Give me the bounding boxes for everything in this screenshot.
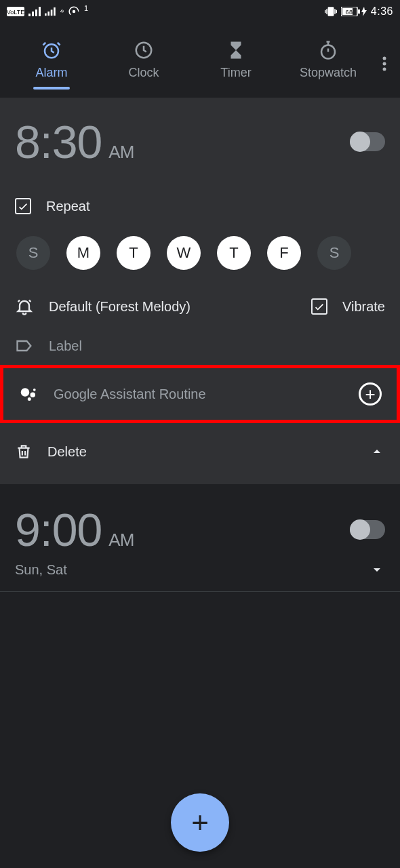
svg-rect-5 [39, 7, 41, 16]
bell-icon [15, 297, 34, 316]
alarm-days-summary: Sun, Sat [15, 562, 67, 578]
label-icon [15, 336, 34, 355]
notification-count: 1 [84, 4, 88, 12]
day-tue[interactable]: T [117, 236, 151, 270]
tab-label: Timer [220, 66, 251, 80]
alarm-toggle[interactable] [350, 132, 385, 151]
repeat-checkbox[interactable] [15, 198, 31, 214]
svg-rect-9 [54, 7, 56, 16]
day-sun[interactable]: S [16, 236, 50, 270]
label-row[interactable]: Label [15, 327, 385, 365]
day-wed[interactable]: W [167, 236, 201, 270]
tab-label: Stopwatch [300, 66, 357, 80]
alarm-ampm: AM [108, 142, 134, 163]
alarm-ampm: AM [108, 530, 134, 551]
day-thu[interactable]: T [217, 236, 251, 270]
svg-rect-13 [358, 9, 360, 14]
tab-clock[interactable]: Clock [98, 40, 190, 88]
tab-label: Alarm [35, 66, 67, 80]
day-selector: S M T W T F S [15, 225, 385, 286]
svg-rect-7 [47, 12, 49, 16]
alarm-card-expanded: 8:30 AM Repeat S M T W T F S Default (Fo… [0, 98, 400, 484]
delete-label: Delete [47, 444, 87, 460]
tab-alarm[interactable]: Alarm [5, 40, 98, 88]
status-bar: VoLTE 4G 1 68 4:36 [0, 0, 400, 23]
svg-rect-8 [51, 9, 53, 16]
svg-point-25 [33, 389, 36, 391]
assistant-icon [18, 384, 39, 404]
tab-label: Clock [128, 66, 159, 80]
delete-row[interactable]: Delete [15, 433, 385, 471]
alarm-time[interactable]: 8:30 AM [15, 115, 134, 168]
svg-text:4G: 4G [60, 8, 64, 14]
vibrate-checkbox[interactable] [311, 298, 327, 315]
alarm-card-collapsed[interactable]: 9:00 AM Sun, Sat [0, 484, 400, 592]
svg-text:68: 68 [345, 9, 353, 16]
plus-icon: + [191, 806, 209, 840]
signal-icon [28, 7, 41, 16]
svg-rect-3 [32, 12, 34, 16]
day-sat[interactable]: S [317, 236, 351, 270]
day-mon[interactable]: M [66, 236, 100, 270]
clock-icon [134, 40, 154, 60]
label-text: Label [49, 338, 82, 354]
assistant-routine-row[interactable]: Google Assistant Routine + [0, 365, 400, 423]
volte-icon: VoLTE [7, 7, 24, 16]
svg-point-19 [383, 57, 386, 60]
svg-rect-6 [45, 14, 47, 16]
svg-text:VoLTE: VoLTE [7, 9, 24, 16]
tab-timer[interactable]: Timer [190, 40, 282, 88]
svg-point-24 [28, 397, 31, 401]
signal-4g-icon: 4G [45, 7, 64, 16]
add-alarm-fab[interactable]: + [171, 793, 229, 852]
vibrate-label: Vibrate [342, 299, 385, 315]
alarm-time[interactable]: 9:00 AM [15, 503, 134, 556]
battery-icon: 68 [341, 7, 367, 16]
status-right: 68 4:36 [325, 5, 393, 18]
repeat-row[interactable]: Repeat [15, 187, 385, 225]
svg-rect-4 [35, 9, 37, 16]
svg-point-11 [73, 10, 76, 14]
overflow-menu-button[interactable] [374, 56, 395, 72]
alarm-icon [41, 40, 62, 60]
add-routine-button[interactable]: + [359, 382, 382, 406]
stopwatch-icon [318, 40, 338, 60]
status-time: 4:36 [371, 5, 393, 18]
repeat-label: Repeat [46, 199, 90, 214]
chevron-down-icon[interactable] [369, 561, 385, 578]
svg-point-21 [383, 68, 386, 71]
tab-stopwatch[interactable]: Stopwatch [282, 40, 374, 88]
chevron-up-icon[interactable] [369, 443, 385, 460]
hotspot-icon [68, 5, 80, 18]
vibrate-status-icon [325, 5, 337, 18]
alarm-toggle[interactable] [350, 520, 385, 539]
status-left: VoLTE 4G 1 [7, 5, 88, 18]
alarm-time-value: 8:30 [15, 115, 102, 168]
alarm-time-value: 9:00 [15, 503, 102, 556]
ringtone-label: Default (Forest Melody) [49, 299, 191, 315]
tab-bar: Alarm Clock Timer Stopwatch [0, 23, 400, 98]
svg-rect-2 [28, 14, 31, 16]
day-fri[interactable]: F [267, 236, 301, 270]
svg-point-23 [31, 393, 36, 398]
trash-icon [15, 443, 33, 460]
ringtone-row[interactable]: Default (Forest Melody) Vibrate [15, 286, 385, 327]
svg-point-22 [21, 388, 30, 397]
hourglass-icon [226, 40, 246, 60]
assistant-routine-label: Google Assistant Routine [54, 387, 206, 402]
svg-point-20 [383, 62, 386, 66]
